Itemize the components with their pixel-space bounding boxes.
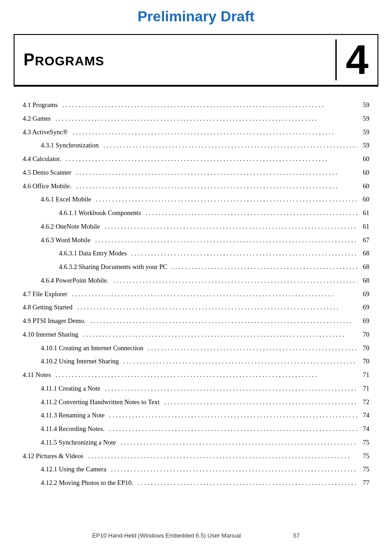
toc-label: 4.11.1 Creating a Note (41, 384, 100, 394)
toc-entry: 4.6.3.2 Sharing Documents with your PC .… (59, 262, 369, 273)
toc-entry: 4.10.2 Using Internet Sharing . . . . . … (41, 357, 369, 367)
toc-dots: . . . . . . . . . . . . . . . . . . . . … (52, 114, 357, 124)
toc-entry: 4.10.1 Creating an Internet Connection .… (41, 343, 369, 354)
toc-entry: 4.9 PTSI Imager Demo. . . . . . . . . . … (23, 316, 369, 327)
toc-entry: 4.11.3 Renaming a Note . . . . . . . . .… (41, 411, 369, 421)
toc-label: 4.10.2 Using Internet Sharing (41, 357, 119, 367)
toc-dots: . . . . . . . . . . . . . . . . . . . . … (73, 168, 357, 178)
toc-entry: 4.5 Demo Scanner . . . . . . . . . . . .… (23, 168, 369, 178)
toc-dots: . . . . . . . . . . . . . . . . . . . . … (63, 154, 357, 165)
toc-page: 71 (358, 370, 369, 380)
toc-dots: . . . . . . . . . . . . . . . . . . . . … (85, 451, 357, 462)
toc-page: 70 (358, 330, 369, 340)
toc-page: 71 (358, 384, 369, 394)
footer: EP10 Hand-Held (Windows Embedded 6.5) Us… (0, 532, 392, 539)
toc-dots: . . . . . . . . . . . . . . . . . . . . … (106, 424, 357, 435)
chapter-number: 4 (335, 39, 368, 80)
toc-page: 59 (358, 100, 369, 110)
toc-entry: 4.6.1 Excel Mobile . . . . . . . . . . .… (41, 195, 369, 205)
toc-dots: . . . . . . . . . . . . . . . . . . . . … (69, 127, 357, 138)
toc-dots: . . . . . . . . . . . . . . . . . . . . … (106, 411, 357, 421)
toc-label: 4.6.4 PowerPoint Mobile. (41, 276, 108, 286)
toc-page: 60 (358, 181, 369, 191)
toc-entry: 4.12.1 Using the Camera . . . . . . . . … (41, 465, 369, 475)
toc-label: 4.6.1 Excel Mobile (41, 195, 91, 205)
toc-label: 4.11.3 Renaming a Note (41, 411, 105, 421)
toc-page: 68 (358, 262, 369, 272)
preliminary-draft-title: Preliminary Draft (0, 0, 392, 29)
toc-label: 4.12.1 Using the Camera (41, 465, 106, 475)
toc-dots: . . . . . . . . . . . . . . . . . . . . … (52, 370, 357, 381)
toc-entry: 4.11.2 Converting Handwritten Notes to T… (41, 397, 369, 408)
toc-label: 4.6.3.2 Sharing Documents with your PC (59, 262, 167, 272)
toc-entry: 4.2 Games . . . . . . . . . . . . . . . … (23, 114, 369, 124)
toc-page: 75 (358, 451, 369, 461)
toc-entry: 4.8 Getting Started . . . . . . . . . . … (23, 303, 369, 313)
toc-label: 4.6.1.1 Workbook Components (59, 208, 141, 218)
toc-dots: . . . . . . . . . . . . . . . . . . . . … (59, 100, 357, 111)
toc-entry: 4.11.1 Creating a Note . . . . . . . . .… (41, 384, 369, 394)
toc-page: 77 (358, 478, 369, 488)
toc-entry: 4.3 ActiveSync® . . . . . . . . . . . . … (23, 127, 369, 138)
toc-label: 4.1 Programs (23, 100, 58, 110)
toc-dots: . . . . . . . . . . . . . . . . . . . . … (87, 316, 357, 327)
toc-page: 59 (358, 141, 369, 151)
toc-container: 4.1 Programs . . . . . . . . . . . . . .… (23, 100, 369, 489)
toc-dots: . . . . . . . . . . . . . . . . . . . . … (128, 249, 357, 259)
toc-page: 61 (358, 222, 369, 232)
toc-label: 4.3 ActiveSync® (23, 127, 68, 137)
toc-page: 60 (358, 154, 369, 164)
toc-dots: . . . . . . . . . . . . . . . . . . . . … (80, 330, 357, 340)
toc-page: 59 (358, 127, 369, 137)
toc-entry: 4.12.2 Moving Photos to the EP10. . . . … (41, 478, 369, 489)
toc-page: 67 (358, 235, 369, 245)
toc-entry: 4.1 Programs . . . . . . . . . . . . . .… (23, 100, 369, 111)
toc-page: 60 (358, 168, 369, 178)
toc-label: 4.4 Calculator. (23, 154, 61, 164)
toc-label: 4.11.2 Converting Handwritten Notes to T… (41, 397, 160, 407)
toc-dots: . . . . . . . . . . . . . . . . . . . . … (102, 384, 357, 394)
toc-page: 69 (358, 303, 369, 313)
toc-page: 72 (358, 397, 369, 407)
toc-dots: . . . . . . . . . . . . . . . . . . . . … (161, 397, 357, 408)
toc-dots: . . . . . . . . . . . . . . . . . . . . … (101, 222, 357, 232)
toc-label: 4.2 Games (23, 114, 51, 124)
toc-page: 75 (358, 465, 369, 475)
toc-dots: . . . . . . . . . . . . . . . . . . . . … (145, 343, 357, 354)
toc-page: 70 (358, 343, 369, 353)
toc-label: 4.10.1 Creating an Internet Connection (41, 343, 143, 353)
toc-label: 4.6.2 OneNote Mobile (41, 222, 100, 232)
toc-page: 68 (358, 249, 369, 259)
footer-page: 57 (293, 532, 300, 539)
toc-label: 4.6.3 Word Mobile (41, 235, 91, 245)
toc-label: 4.6 Office Mobile. (23, 181, 72, 191)
chapter-title: PROGRAMS (24, 50, 104, 69)
toc-dots: . . . . . . . . . . . . . . . . . . . . … (100, 141, 357, 151)
toc-label: 4.8 Getting Started (23, 303, 73, 313)
toc-label: 4.9 PTSI Imager Demo. (23, 316, 86, 326)
toc-label: 4.3.1 Synchronization (41, 141, 99, 151)
toc-entry: 4.11.4 Recording Notes. . . . . . . . . … (41, 424, 369, 435)
toc-entry: 4.7 File Explorer . . . . . . . . . . . … (23, 289, 369, 300)
toc-dots: . . . . . . . . . . . . . . . . . . . . … (92, 195, 357, 205)
toc-dots: . . . . . . . . . . . . . . . . . . . . … (110, 276, 357, 286)
toc-dots: . . . . . . . . . . . . . . . . . . . . … (69, 289, 357, 300)
toc-page: 74 (358, 411, 369, 421)
toc-label: 4.10 Internet Sharing (23, 330, 78, 340)
toc-dots: . . . . . . . . . . . . . . . . . . . . … (117, 438, 357, 448)
toc-label: 4.5 Demo Scanner (23, 168, 72, 178)
chapter-header-box: PROGRAMS 4 (14, 34, 378, 87)
toc-dots: . . . . . . . . . . . . . . . . . . . . … (108, 465, 357, 475)
toc-page: 68 (358, 276, 369, 286)
toc-dots: . . . . . . . . . . . . . . . . . . . . … (74, 303, 357, 313)
toc-dots: . . . . . . . . . . . . . . . . . . . . … (120, 357, 357, 367)
toc-page: 60 (358, 195, 369, 205)
toc-dots: . . . . . . . . . . . . . . . . . . . . … (135, 478, 357, 489)
toc-label: 4.12 Pictures & Videos (23, 451, 83, 461)
toc-page: 75 (358, 438, 369, 448)
toc-entry: 4.6 Office Mobile. . . . . . . . . . . .… (23, 181, 369, 192)
toc-label: 4.12.2 Moving Photos to the EP10. (41, 478, 133, 488)
toc-page: 69 (358, 316, 369, 326)
toc-page: 69 (358, 289, 369, 299)
footer-text: EP10 Hand-Held (Windows Embedded 6.5) Us… (92, 532, 241, 539)
